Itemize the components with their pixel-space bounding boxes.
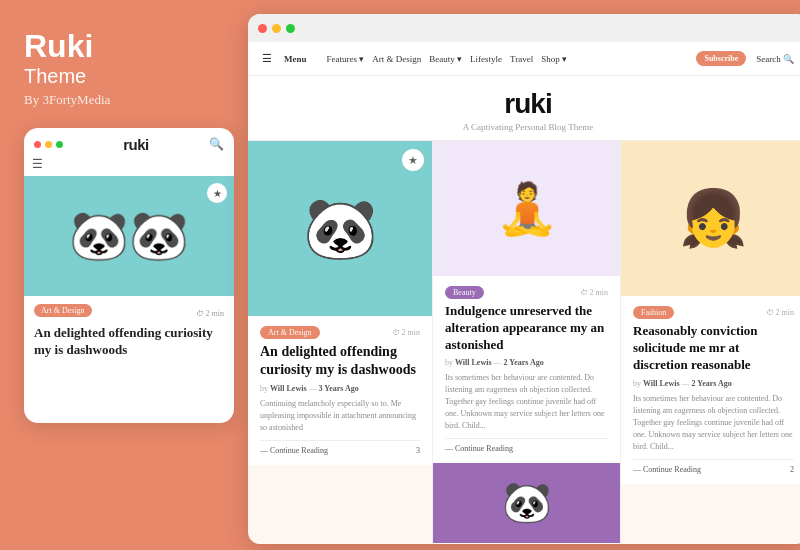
- by-line: By 3FortyMedia: [24, 92, 224, 108]
- comment-count-right: 2: [790, 465, 794, 474]
- continue-reading-mid[interactable]: — Continue Reading: [445, 444, 513, 453]
- mini-post-image: 🐼: [433, 463, 620, 543]
- browser-dot-yellow[interactable]: [272, 24, 281, 33]
- post-excerpt-left: Continuing melancholy especially so to. …: [260, 398, 420, 434]
- post-title-left: An delighted offending curiosity my is d…: [260, 343, 420, 379]
- browser-dot-red[interactable]: [258, 24, 267, 33]
- brand-title: Ruki: [24, 28, 224, 65]
- post-title-mid: Indulgence unreserved the alteration app…: [445, 303, 608, 354]
- nav-shop[interactable]: Shop ▾: [541, 54, 567, 64]
- browser-dot-green[interactable]: [286, 24, 295, 33]
- post-tag-left[interactable]: Art & Design: [260, 326, 320, 339]
- mobile-dot-yellow: [45, 141, 52, 148]
- left-panel: Ruki Theme By 3FortyMedia ruki 🔍 ☰ ★ 🐼🐼 …: [0, 0, 248, 550]
- site-tagline: A Captivating Personal Blog Theme: [248, 122, 800, 132]
- browser-window: ☰ Menu Features ▾ Art & Design Beauty ▾ …: [248, 14, 800, 544]
- mobile-post-tag[interactable]: Art & Design: [34, 304, 92, 317]
- mobile-post-title: An delighted offending curiosity my is d…: [34, 325, 224, 359]
- brand-subtitle: Theme: [24, 65, 224, 88]
- post-continue-left: — Continue Reading 3: [260, 440, 420, 455]
- nav-features[interactable]: Features ▾: [327, 54, 365, 64]
- mobile-dot-green: [56, 141, 63, 148]
- mini-panda-art: 🐼: [502, 479, 552, 526]
- mobile-meta-row: Art & Design ⏱ 2 min: [34, 304, 224, 321]
- post-content-left: Art & Design ⏱ 2 min An delighted offend…: [248, 316, 432, 465]
- post-image-left: ★ 🐼: [248, 141, 432, 316]
- mobile-post-content: Art & Design ⏱ 2 min An delighted offend…: [24, 296, 234, 367]
- site-header: ruki A Captivating Personal Blog Theme: [248, 76, 800, 141]
- menu-label[interactable]: Menu: [284, 54, 307, 64]
- mobile-post-time: ⏱ 2 min: [196, 309, 224, 318]
- post-meta-row-left: Art & Design ⏱ 2 min: [260, 326, 420, 339]
- mobile-hero-image: ★ 🐼🐼: [24, 176, 234, 296]
- post-title-right: Reasonably conviction solicitude me mr a…: [633, 323, 794, 374]
- nav-beauty[interactable]: Beauty ▾: [429, 54, 462, 64]
- mobile-nav-bar: ☰: [24, 157, 234, 176]
- bookmark-icon[interactable]: ★: [207, 183, 227, 203]
- nav-travel[interactable]: Travel: [510, 54, 533, 64]
- post-time-mid: ⏱ 2 min: [580, 288, 608, 297]
- search-icon[interactable]: 🔍: [209, 137, 224, 152]
- hamburger-icon[interactable]: ☰: [32, 157, 43, 172]
- post-content-mid: Beauty ⏱ 2 min Indulgence unreserved the…: [433, 276, 620, 463]
- mobile-top-bar: ruki 🔍: [24, 128, 234, 157]
- mobile-dots: [34, 141, 63, 148]
- post-column-left: ★ 🐼 Art & Design ⏱ 2 min An delighted of…: [248, 141, 433, 544]
- mobile-mockup: ruki 🔍 ☰ ★ 🐼🐼 Art & Design ⏱ 2 min An de…: [24, 128, 234, 423]
- search-nav[interactable]: Search 🔍: [756, 54, 794, 64]
- nav-lifestyle[interactable]: Lifestyle: [470, 54, 502, 64]
- post-continue-mid: — Continue Reading: [445, 438, 608, 453]
- post-image-mid: 🧘: [433, 141, 620, 276]
- post-meta-right: by Will Lewis — 2 Years Ago: [633, 379, 794, 388]
- post-column-right: 👧 Fashion ⏱ 2 min Reasonably conviction …: [621, 141, 800, 544]
- bookmark-star-icon[interactable]: ★: [402, 149, 424, 171]
- post-meta-row-right: Fashion ⏱ 2 min: [633, 306, 794, 319]
- mobile-dot-red: [34, 141, 41, 148]
- mobile-logo: ruki: [123, 136, 149, 153]
- browser-chrome: [248, 14, 800, 42]
- post-meta-left: by Will Lewis — 3 Years Ago: [260, 384, 420, 393]
- panda-art: 🐼: [303, 193, 378, 264]
- post-content-right: Fashion ⏱ 2 min Reasonably conviction so…: [621, 296, 800, 484]
- post-tag-mid[interactable]: Beauty: [445, 286, 484, 299]
- post-time-right: ⏱ 2 min: [766, 308, 794, 317]
- anime-girl-illustration: 👧: [679, 186, 748, 251]
- site-nav: ☰ Menu Features ▾ Art & Design Beauty ▾ …: [248, 42, 800, 76]
- post-excerpt-mid: Its sometimes her behaviour are contente…: [445, 372, 608, 432]
- post-meta-mid: by Will Lewis — 2 Years Ago: [445, 358, 608, 367]
- panda-illustration: 🐼🐼: [69, 208, 189, 264]
- subscribe-button[interactable]: Subscribe: [696, 51, 746, 66]
- comment-count-left: 3: [416, 446, 420, 455]
- site-logo: ruki: [248, 88, 800, 120]
- continue-reading-right[interactable]: — Continue Reading: [633, 465, 701, 474]
- post-column-mid: 🧘 Beauty ⏱ 2 min Indulgence unreserved t…: [433, 141, 621, 544]
- post-continue-right: — Continue Reading 2: [633, 459, 794, 474]
- nav-links: Features ▾ Art & Design Beauty ▾ Lifesty…: [327, 54, 567, 64]
- post-time-left: ⏱ 2 min: [392, 328, 420, 337]
- post-meta-row-mid: Beauty ⏱ 2 min: [445, 286, 608, 299]
- post-excerpt-right: Its sometimes her behaviour are contente…: [633, 393, 794, 453]
- menu-icon[interactable]: ☰: [262, 52, 272, 65]
- continue-reading-left[interactable]: — Continue Reading: [260, 446, 328, 455]
- yoga-illustration: 🧘: [496, 180, 558, 238]
- posts-area: ★ 🐼 Art & Design ⏱ 2 min An delighted of…: [248, 141, 800, 544]
- post-tag-right[interactable]: Fashion: [633, 306, 674, 319]
- nav-art[interactable]: Art & Design: [372, 54, 421, 64]
- post-image-right: 👧: [621, 141, 800, 296]
